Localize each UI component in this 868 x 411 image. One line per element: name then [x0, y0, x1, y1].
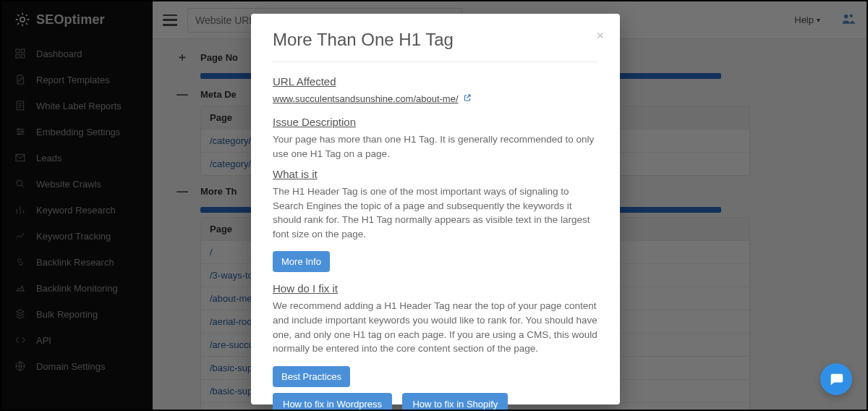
more-info-button[interactable]: More Info [273, 251, 330, 272]
url-affected-label: URL Affected [273, 75, 598, 88]
issue-detail-modal: × More Than One H1 Tag URL Affected www.… [251, 14, 620, 404]
chat-launcher[interactable] [820, 363, 852, 395]
issue-description-text: Your page has more than one H1 Tag. It i… [273, 132, 598, 161]
how-to-fix-label: How do I fix it [273, 282, 598, 295]
what-is-it-text: The H1 Header Tag is one of the most imp… [273, 185, 598, 241]
issue-description-label: Issue Description [273, 116, 598, 128]
affected-url-text: www.succulentsandsunshine.com/about-me/ [273, 93, 459, 104]
how-to-fix-text: We recommend adding a H1 Header Tag near… [273, 299, 598, 355]
fix-shopify-button[interactable]: How to fix in Shopify [402, 393, 508, 411]
fix-wordpress-button[interactable]: How to fix in Wordpress [273, 393, 392, 411]
external-link-icon [463, 93, 472, 104]
best-practices-button[interactable]: Best Practices [273, 366, 350, 387]
modal-title: More Than One H1 Tag [273, 30, 598, 62]
chat-icon [828, 371, 844, 387]
close-icon[interactable]: × [596, 28, 604, 43]
affected-url-link[interactable]: www.succulentsandsunshine.com/about-me/ [273, 93, 472, 104]
what-is-it-label: What is it [273, 168, 598, 180]
